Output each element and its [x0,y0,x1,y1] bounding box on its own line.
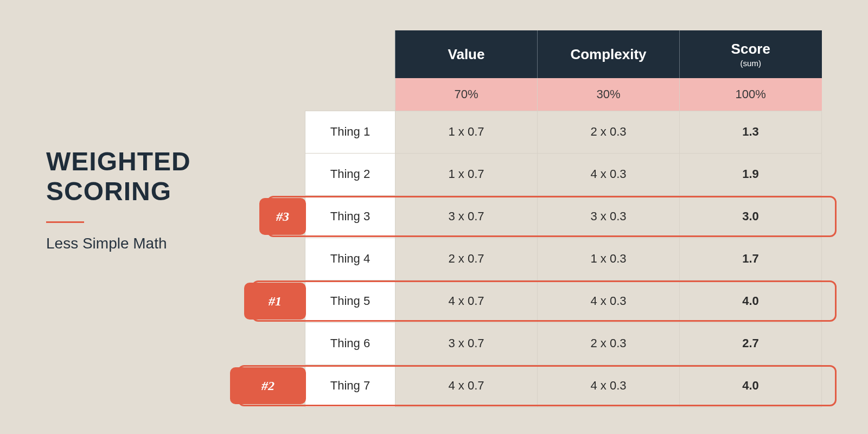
row-label: Thing 5 [305,280,395,322]
weight-value: 70% [395,78,538,111]
weight-complexity: 30% [538,78,680,111]
table-header-row: Value Complexity Score (sum) [305,30,822,78]
weights-blank [305,78,395,111]
rank-tag: #3 [259,198,306,235]
row-complexity: 4 x 0.3 [538,280,680,322]
row-label: Thing 2 [305,153,395,195]
row-complexity: 2 x 0.3 [538,111,680,153]
row-value: 1 x 0.7 [395,111,538,153]
row-score: 1.9 [680,153,822,195]
table-row: Thing 5 4 x 0.7 4 x 0.3 4.0 [305,280,822,322]
header-value: Value [395,30,538,78]
row-score: 1.7 [680,238,822,280]
header-complexity: Complexity [538,30,680,78]
table-row: Thing 6 3 x 0.7 2 x 0.3 2.7 [305,322,822,365]
row-value: 4 x 0.7 [395,365,538,407]
weights-row: 70% 30% 100% [305,78,822,111]
row-value: 2 x 0.7 [395,238,538,280]
row-complexity: 4 x 0.3 [538,365,680,407]
row-label: Thing 6 [305,322,395,365]
title-block: WEIGHTED SCORING Less Simple Math [46,146,252,252]
weight-score: 100% [680,78,822,111]
title-line-1: WEIGHTED [46,147,191,176]
title-rule [46,221,84,223]
page-title: WEIGHTED SCORING [46,146,252,206]
header-score: Score (sum) [680,30,822,78]
row-label: Thing 7 [305,365,395,407]
scoring-table-wrap: Value Complexity Score (sum) 70% 30% 100… [305,30,822,407]
header-blank [305,30,395,78]
header-score-label: Score [731,41,770,57]
row-value: 1 x 0.7 [395,153,538,195]
row-complexity: 2 x 0.3 [538,322,680,365]
row-value: 3 x 0.7 [395,195,538,238]
row-score: 3.0 [680,195,822,238]
row-complexity: 3 x 0.3 [538,195,680,238]
row-score: 1.3 [680,111,822,153]
row-complexity: 1 x 0.3 [538,238,680,280]
row-value: 3 x 0.7 [395,322,538,365]
rank-tag: #1 [244,283,306,320]
row-score: 4.0 [680,280,822,322]
row-score: 2.7 [680,322,822,365]
row-complexity: 4 x 0.3 [538,153,680,195]
table-row: Thing 1 1 x 0.7 2 x 0.3 1.3 [305,111,822,153]
row-score: 4.0 [680,365,822,407]
header-score-sub: (sum) [680,59,822,68]
table-row: Thing 7 4 x 0.7 4 x 0.3 4.0 [305,365,822,407]
scoring-table: Value Complexity Score (sum) 70% 30% 100… [305,30,822,407]
row-label: Thing 4 [305,238,395,280]
subtitle: Less Simple Math [46,235,252,252]
table-row: Thing 2 1 x 0.7 4 x 0.3 1.9 [305,153,822,195]
table-row: Thing 3 3 x 0.7 3 x 0.3 3.0 [305,195,822,238]
rank-tag: #2 [230,367,306,404]
row-value: 4 x 0.7 [395,280,538,322]
table-row: Thing 4 2 x 0.7 1 x 0.3 1.7 [305,238,822,280]
row-label: Thing 1 [305,111,395,153]
title-line-2: SCORING [46,177,171,206]
row-label: Thing 3 [305,195,395,238]
